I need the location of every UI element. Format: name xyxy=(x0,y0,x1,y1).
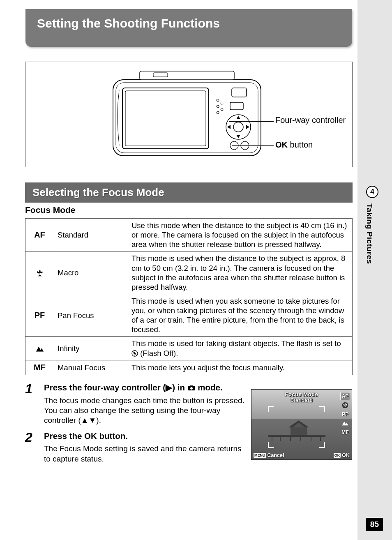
lcd-cancel: MENUCancel xyxy=(254,452,284,458)
table-caption: Focus Mode xyxy=(25,205,76,215)
camera-diagram: Four-way controller OK button xyxy=(25,62,353,167)
step-title: Press the OK button. xyxy=(44,431,249,442)
table-row: MF Manual Focus This mode lets you adjus… xyxy=(25,360,353,375)
mountain-icon xyxy=(35,345,44,353)
table-row: Infinity This mode is used for taking di… xyxy=(25,337,353,360)
mode-desc: Use this mode when the distance to the s… xyxy=(128,219,353,252)
chapter-title: Taking Pictures xyxy=(365,203,374,264)
focus-mode-table: AF Standard Use this mode when the dista… xyxy=(25,218,353,375)
mode-icon-macro xyxy=(25,252,54,294)
camera-back-illustration xyxy=(111,69,267,160)
table-row: Macro This mode is used when the distanc… xyxy=(25,252,353,294)
svg-rect-8 xyxy=(232,88,247,97)
mode-name: Macro xyxy=(54,252,128,294)
step-description: The Focus Mode setting is saved and the … xyxy=(44,444,249,464)
page-number: 85 xyxy=(366,518,383,531)
lcd-ok: OKOK xyxy=(334,452,350,458)
lcd-mode-af: AF xyxy=(340,392,350,400)
mode-icon-af: AF xyxy=(25,219,54,252)
table-row: AF Standard Use this mode when the dista… xyxy=(25,219,353,252)
mode-desc: This mode is used when the distance to t… xyxy=(128,252,353,294)
mode-icon-pf: PF xyxy=(25,294,54,337)
mode-name: Manual Focus xyxy=(54,360,128,375)
procedure-steps: 1 Press the four-way controller (▶) in m… xyxy=(25,382,249,469)
flower-icon xyxy=(35,269,44,278)
svg-rect-4 xyxy=(122,88,209,149)
mode-desc: This mode is used when you ask someone t… xyxy=(128,294,353,337)
lcd-mode-list: AF PF MF xyxy=(340,392,350,436)
svg-rect-2 xyxy=(140,71,234,80)
callout-fourway: Four-way controller xyxy=(275,115,346,125)
mode-desc: This mode is used for taking distant obj… xyxy=(128,337,353,360)
section-heading: Selecting the Focus Mode xyxy=(25,182,353,203)
lcd-mode-infinity xyxy=(340,419,350,427)
mode-name: Pan Focus xyxy=(54,294,128,337)
mountain-icon xyxy=(341,420,349,426)
chapter-number-badge: 4 xyxy=(366,186,378,198)
mode-icon-mf: MF xyxy=(25,360,54,375)
step-title: Press the four-way controller (▶) in mod… xyxy=(44,382,249,393)
lcd-mode-mf: MF xyxy=(340,428,350,436)
lcd-mode-pf: PF xyxy=(340,410,350,418)
lcd-title: Focus Mode xyxy=(251,390,352,397)
mode-desc: This mode lets you adjust the focus manu… xyxy=(128,360,353,375)
mode-icon-infinity xyxy=(25,337,54,360)
lcd-preview: Focus Mode Standard AF PF MF MENUCancel … xyxy=(251,389,352,460)
mode-name: Standard xyxy=(54,219,128,252)
page-title: Setting the Shooting Functions xyxy=(25,9,352,47)
step-item: 1 Press the four-way controller (▶) in m… xyxy=(25,382,249,426)
thumb-index-sidebar: 4 Taking Pictures 85 xyxy=(357,0,392,540)
step-item: 2 Press the OK button. The Focus Mode se… xyxy=(25,431,249,464)
table-row: PF Pan Focus This mode is used when you … xyxy=(25,294,353,337)
flower-icon xyxy=(342,402,348,408)
camera-mode-icon xyxy=(187,385,196,391)
mode-name: Infinity xyxy=(54,337,128,360)
lcd-mode-macro xyxy=(340,401,350,409)
lcd-subtitle: Standard xyxy=(251,397,352,403)
flash-off-icon xyxy=(131,350,138,357)
step-number: 2 xyxy=(25,431,37,464)
step-description: The focus mode changes each time the but… xyxy=(44,396,249,426)
callout-ok-button: OK button xyxy=(275,140,313,150)
step-number: 1 xyxy=(25,382,37,426)
svg-point-19 xyxy=(190,387,193,390)
